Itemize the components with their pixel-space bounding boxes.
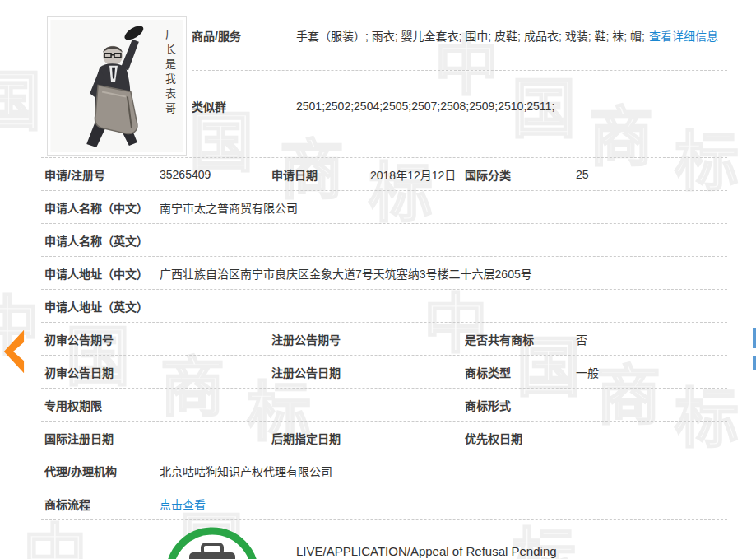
row-applicant-cn: 申请人名称（中文）南宁市太之普商贸有限公司 bbox=[41, 191, 727, 224]
similar-group-label: 类似群 bbox=[192, 98, 296, 114]
tm-process-link[interactable]: 点击查看 bbox=[160, 496, 206, 512]
row-tm-process: 商标流程点击查看 bbox=[41, 487, 727, 520]
applicant-en-label: 申请人名称（英文） bbox=[44, 232, 160, 249]
similar-group-value: 2501;2502;2504;2505;2507;2508;2509;2510;… bbox=[296, 100, 554, 113]
similar-group-row: 类似群 2501;2502;2504;2505;2507;2508;2509;2… bbox=[192, 71, 727, 142]
priority-date-label: 优先权日期 bbox=[465, 430, 576, 446]
applicant-cn-value: 南宁市太之普商贸有限公司 bbox=[160, 199, 298, 216]
later-designation-date-label: 后期指定日期 bbox=[271, 430, 370, 446]
apply-date-label: 申请日期 bbox=[271, 166, 370, 183]
row-agency: 代理/办理机构北京咕咕狗知识产权代理有限公司 bbox=[41, 454, 727, 487]
trademark-caption: 厂长是我表哥 bbox=[162, 29, 178, 118]
row-applicant-en: 申请人名称（英文） bbox=[41, 224, 727, 257]
scrollbar-thumb-bottom[interactable] bbox=[753, 356, 756, 370]
is-shared-value: 否 bbox=[576, 331, 587, 347]
status-text: LIVE/APPLICATION/Appeal of Refusal Pendi… bbox=[296, 544, 557, 558]
address-cn-label: 申请人地址（中文） bbox=[44, 265, 160, 282]
reg-no-label: 申请/注册号 bbox=[44, 166, 160, 183]
scrollbar-thumb-top[interactable] bbox=[753, 328, 756, 348]
goods-services-value: 手套（服装）; 雨衣; 婴儿全套衣; 围巾; 皮鞋; 成品衣; 戏装; 鞋; 袜… bbox=[296, 27, 645, 44]
first-trial-date-label: 初审公告日期 bbox=[44, 364, 160, 380]
tm-type-label: 商标类型 bbox=[465, 364, 576, 380]
row-announcement-date: 初审公告日期 注册公告日期 商标类型一般 bbox=[41, 356, 727, 389]
goods-services-label: 商品/服务 bbox=[192, 27, 296, 44]
reg-no-value: 35265409 bbox=[160, 168, 211, 181]
address-cn-value: 广西壮族自治区南宁市良庆区金象大道7号天筑塞纳3号楼二十六层2605号 bbox=[160, 265, 532, 282]
intl-reg-date-label: 国际注册日期 bbox=[44, 430, 160, 446]
is-shared-label: 是否共有商标 bbox=[465, 331, 576, 347]
row-registration: 申请/注册号35265409 申请日期2018年12月12日 国际分类25 bbox=[41, 158, 727, 191]
first-trial-no-label: 初审公告期号 bbox=[44, 331, 160, 347]
applicant-cn-label: 申请人名称（中文） bbox=[44, 199, 160, 216]
goods-services-row: 商品/服务 手套（服装）; 雨衣; 婴儿全套衣; 围巾; 皮鞋; 成品衣; 戏装… bbox=[192, 0, 727, 71]
collapse-panel-arrow[interactable] bbox=[2, 328, 25, 375]
status-section: LIVE/APPLICATION/Appeal of Refusal Pendi… bbox=[41, 520, 727, 559]
row-address-en: 申请人地址（英文） bbox=[41, 290, 727, 323]
trademark-image[interactable]: 厂长是我表哥 bbox=[47, 16, 187, 156]
top-section: 厂长是我表哥 商品/服务 手套（服装）; 雨衣; 婴儿全套衣; 围巾; 皮鞋; … bbox=[41, 0, 727, 158]
intl-class-label: 国际分类 bbox=[465, 166, 576, 183]
exclusive-period-label: 专用权期限 bbox=[44, 397, 160, 413]
intl-class-value: 25 bbox=[576, 168, 589, 181]
reg-announce-no-label: 注册公告期号 bbox=[271, 331, 370, 347]
row-announcement-no: 初审公告期号 注册公告期号 是否共有商标否 bbox=[41, 323, 727, 356]
status-briefcase-icon bbox=[165, 526, 263, 559]
row-exclusive-period: 专用权期限 商标形式 bbox=[41, 389, 727, 422]
reg-announce-date-label: 注册公告日期 bbox=[271, 364, 370, 380]
row-intl-dates: 国际注册日期 后期指定日期 优先权日期 bbox=[41, 422, 727, 454]
apply-date-value: 2018年12月12日 bbox=[370, 166, 456, 183]
agency-value: 北京咕咕狗知识产权代理有限公司 bbox=[160, 463, 332, 479]
agency-label: 代理/办理机构 bbox=[44, 463, 160, 479]
row-address-cn: 申请人地址（中文）广西壮族自治区南宁市良庆区金象大道7号天筑塞纳3号楼二十六层2… bbox=[41, 257, 727, 290]
watermark-glyph: 国 bbox=[0, 70, 41, 134]
tm-form-label: 商标形式 bbox=[465, 397, 576, 413]
tm-process-label: 商标流程 bbox=[44, 496, 160, 512]
view-detail-link[interactable]: 查看详细信息 bbox=[649, 27, 718, 44]
trademark-detail-panel: 厂长是我表哥 商品/服务 手套（服装）; 雨衣; 婴儿全套衣; 围巾; 皮鞋; … bbox=[41, 0, 727, 559]
address-en-label: 申请人地址（英文） bbox=[44, 298, 160, 314]
tm-type-value: 一般 bbox=[576, 364, 599, 380]
